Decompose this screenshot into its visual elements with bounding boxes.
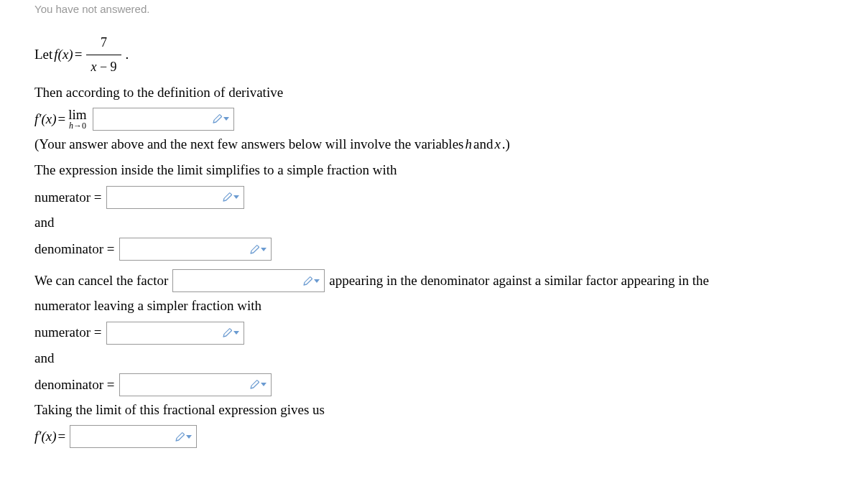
fx-symbol: f(x) <box>54 44 73 65</box>
numerator-label: numerator = <box>34 187 102 208</box>
hint-h: h <box>465 134 472 155</box>
lim-text: lim <box>68 108 86 121</box>
hint-c: .) <box>502 134 510 155</box>
fprime-result-input-wrap <box>70 425 197 448</box>
denominator-line-2: denominator = <box>34 373 862 396</box>
denominator-label: denominator = <box>34 238 115 260</box>
denominator-input-2[interactable] <box>120 375 246 393</box>
numerator-line-1: numerator = <box>34 186 862 209</box>
simplify-text: The expression inside the limit simplifi… <box>34 159 397 181</box>
equals-sign-2: = <box>58 108 66 130</box>
fprime-limit-line: f′(x) = lim h→0 <box>34 108 862 131</box>
and-text-2: and <box>34 347 54 369</box>
pencil-dropdown-icon[interactable] <box>218 328 244 337</box>
numerator-line-2: numerator = <box>34 322 862 345</box>
cancel-line-2: numerator leaving a simpler fraction wit… <box>34 295 862 317</box>
fprime-symbol-2: f′(x) <box>34 426 57 447</box>
pencil-icon <box>213 114 222 123</box>
pencil-dropdown-icon[interactable] <box>218 192 244 202</box>
caret-down-icon <box>261 248 267 251</box>
simplify-line: The expression inside the limit simplifi… <box>34 159 862 181</box>
period: . <box>126 44 129 65</box>
numerator-label-2: numerator = <box>34 322 102 343</box>
cancel-line-1: We can cancel the factor appearing in th… <box>34 269 862 292</box>
equals-sign-3: = <box>58 426 66 447</box>
caret-down-icon <box>261 383 267 386</box>
caret-down-icon <box>186 435 192 439</box>
caret-down-icon <box>233 195 239 199</box>
caret-down-icon <box>314 279 320 283</box>
fraction-denominator: x − 9 <box>86 55 121 78</box>
den-num: 9 <box>111 60 117 74</box>
fraction-numerator: 7 <box>96 32 111 55</box>
hint-a: (Your answer above and the next few answ… <box>34 134 463 155</box>
and-line-1: and <box>34 212 862 233</box>
denominator-label-2: denominator = <box>34 374 115 396</box>
pencil-icon <box>175 432 185 442</box>
limit-input-wrap <box>93 108 234 131</box>
and-line-2: and <box>34 347 862 369</box>
fraction: 7 x − 9 <box>86 32 121 78</box>
cancel-a: We can cancel the factor <box>34 270 168 291</box>
function-definition-line: Let f(x) = 7 x − 9 . <box>34 32 862 78</box>
then-line: Then according to the definition of deri… <box>34 82 862 103</box>
pencil-dropdown-icon[interactable] <box>246 245 271 254</box>
numerator-input-1[interactable] <box>107 188 218 206</box>
pencil-dropdown-icon[interactable] <box>246 380 271 389</box>
limit-notation: lim h→0 <box>68 108 86 130</box>
den-minus: − <box>96 60 110 74</box>
hint-x: x <box>494 134 500 155</box>
limit-input[interactable] <box>93 110 208 128</box>
pencil-icon <box>223 192 232 202</box>
equals-sign: = <box>75 44 83 65</box>
pencil-dropdown-icon[interactable] <box>299 276 324 286</box>
pencil-icon <box>250 380 259 389</box>
pencil-icon <box>223 328 232 337</box>
pencil-dropdown-icon[interactable] <box>208 114 233 123</box>
problem-content: Let f(x) = 7 x − 9 . Then according to t… <box>0 18 862 465</box>
fprime-symbol: f′(x) <box>34 108 57 130</box>
then-text: Then according to the definition of deri… <box>34 82 283 103</box>
taking-limit-line: Taking the limit of this fractional expr… <box>34 399 862 421</box>
cancel-b: appearing in the denominator against a s… <box>329 270 709 291</box>
cancel-factor-input[interactable] <box>173 272 299 290</box>
denominator-line-1: denominator = <box>34 238 862 261</box>
pencil-icon <box>303 276 312 286</box>
fprime-result-input[interactable] <box>70 428 171 446</box>
and-text: and <box>34 212 54 233</box>
pencil-icon <box>250 245 259 254</box>
status-message: You have not answered. <box>0 0 862 18</box>
hint-line: (Your answer above and the next few answ… <box>34 134 862 155</box>
numerator-input-wrap-1 <box>106 186 244 209</box>
numerator-input-wrap-2 <box>106 322 244 345</box>
fprime-result-line: f′(x) = <box>34 425 862 448</box>
pencil-dropdown-icon[interactable] <box>171 432 196 442</box>
cancel-factor-input-wrap <box>172 269 325 292</box>
taking-limit-text: Taking the limit of this fractional expr… <box>34 399 325 421</box>
hint-b: and <box>473 134 493 155</box>
let-text: Let <box>34 44 52 65</box>
denominator-input-wrap-1 <box>119 238 272 261</box>
denominator-input-wrap-2 <box>119 373 272 396</box>
caret-down-icon <box>233 331 239 335</box>
lim-arrow: →0 <box>73 121 86 131</box>
lim-sub: h→0 <box>69 121 86 130</box>
numerator-input-2[interactable] <box>107 324 218 342</box>
cancel-c: numerator leaving a simpler fraction wit… <box>34 295 261 317</box>
caret-down-icon <box>223 117 229 121</box>
denominator-input-1[interactable] <box>120 241 246 258</box>
